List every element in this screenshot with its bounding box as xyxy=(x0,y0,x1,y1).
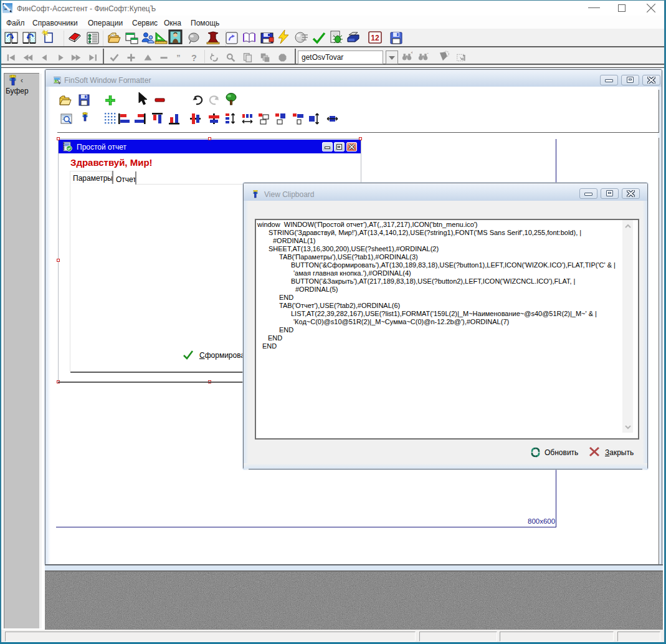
svg-text:12: 12 xyxy=(371,34,379,42)
svg-text:”: ” xyxy=(176,53,180,62)
svg-text:+: + xyxy=(411,51,412,55)
svg-text:?: ? xyxy=(191,53,197,63)
svg-text:-: - xyxy=(427,51,428,55)
